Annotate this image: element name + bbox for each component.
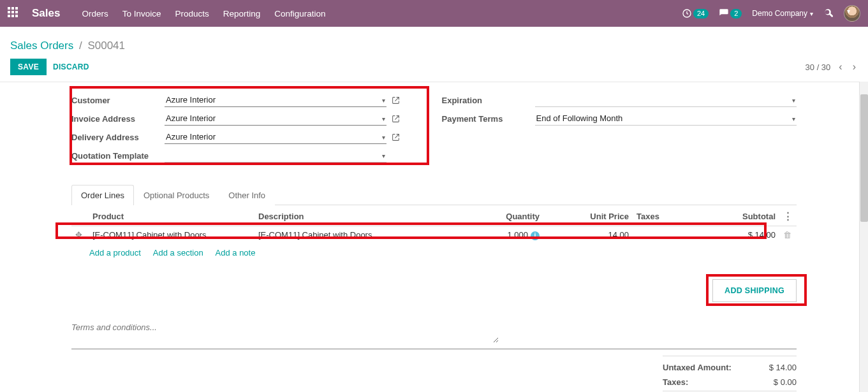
untaxed-value: $ 14.00 bbox=[769, 363, 797, 372]
terms-textarea[interactable] bbox=[71, 321, 499, 343]
dropdown-caret-icon[interactable]: ▾ bbox=[792, 115, 795, 122]
columns-menu-icon[interactable]: ⋮ bbox=[783, 210, 793, 221]
user-avatar[interactable] bbox=[844, 5, 860, 22]
breadcrumb: Sales Orders / S00041 bbox=[10, 40, 858, 52]
col-quantity: Quantity bbox=[473, 205, 543, 226]
taxes-label: Taxes: bbox=[663, 377, 688, 387]
dropdown-caret-icon[interactable]: ▾ bbox=[382, 134, 385, 141]
menu-configuration[interactable]: Configuration bbox=[274, 9, 325, 18]
quotation-template-input[interactable] bbox=[165, 149, 386, 163]
totals: Untaxed Amount: $ 14.00 Taxes: $ 0.00 To… bbox=[663, 356, 797, 393]
col-subtotal: Subtotal bbox=[677, 205, 779, 226]
cell-subtotal: $ 14.00 bbox=[677, 226, 779, 244]
label-delivery-address: Delivery Address bbox=[71, 133, 165, 142]
add-note-link[interactable]: Add a note bbox=[216, 248, 256, 258]
tab-order-lines[interactable]: Order Lines bbox=[71, 185, 134, 205]
label-payment-terms: Payment Terms bbox=[442, 114, 535, 124]
expiration-input[interactable] bbox=[535, 93, 797, 107]
cell-quantity[interactable]: 1.000i bbox=[473, 226, 543, 244]
breadcrumb-leaf: S00041 bbox=[87, 40, 125, 52]
cell-unit-price[interactable]: 14.00 bbox=[543, 226, 633, 244]
payment-terms-input[interactable] bbox=[535, 112, 797, 126]
apps-icon[interactable] bbox=[8, 7, 20, 20]
add-product-link[interactable]: Add a product bbox=[89, 248, 141, 258]
pager-text: 30 / 30 bbox=[805, 62, 831, 72]
dropdown-caret-icon[interactable]: ▾ bbox=[382, 97, 385, 104]
messaging-badge: 2 bbox=[730, 9, 742, 18]
discard-button[interactable]: Discard bbox=[47, 59, 96, 75]
col-unit-price: Unit Price bbox=[543, 205, 633, 226]
menu-reporting[interactable]: Reporting bbox=[223, 9, 261, 18]
pager-prev-icon[interactable]: ‹ bbox=[837, 61, 844, 73]
external-link-icon[interactable] bbox=[392, 133, 400, 142]
tab-other-info[interactable]: Other Info bbox=[219, 185, 275, 205]
external-link-icon[interactable] bbox=[392, 96, 400, 105]
debug-icon[interactable] bbox=[823, 8, 834, 18]
app-title: Sales bbox=[32, 7, 60, 20]
main-menu: Orders To Invoice Products Reporting Con… bbox=[82, 9, 325, 18]
tab-optional-products[interactable]: Optional Products bbox=[134, 185, 219, 205]
menu-to-invoice[interactable]: To Invoice bbox=[122, 9, 161, 18]
pager: 30 / 30 ‹ › bbox=[805, 61, 858, 73]
label-expiration: Expiration bbox=[442, 96, 535, 105]
save-button[interactable]: Save bbox=[10, 59, 47, 75]
order-lines-table: Product Description Quantity Unit Price … bbox=[71, 205, 797, 244]
col-product: Product bbox=[89, 205, 254, 226]
customer-input[interactable] bbox=[165, 93, 386, 107]
add-section-link[interactable]: Add a section bbox=[153, 248, 203, 258]
activity-indicator[interactable]: 24 bbox=[682, 8, 709, 18]
info-icon[interactable]: i bbox=[531, 231, 540, 240]
tabs: Order Lines Optional Products Other Info bbox=[71, 184, 797, 205]
col-description: Description bbox=[254, 205, 473, 226]
delete-row-icon[interactable]: 🗑 bbox=[783, 230, 791, 240]
label-quotation-template: Quotation Template bbox=[71, 151, 165, 161]
label-customer: Customer bbox=[71, 96, 165, 105]
external-link-icon[interactable] bbox=[392, 115, 400, 123]
cell-taxes[interactable] bbox=[633, 226, 677, 244]
delivery-address-input[interactable] bbox=[165, 130, 386, 144]
table-row[interactable]: ✥ [E-COM11] Cabinet with Doors [E-COM11]… bbox=[71, 226, 797, 244]
drag-handle-icon[interactable]: ✥ bbox=[75, 230, 85, 240]
menu-orders[interactable]: Orders bbox=[82, 9, 108, 18]
dropdown-caret-icon[interactable]: ▾ bbox=[792, 97, 795, 104]
label-invoice-address: Invoice Address bbox=[71, 114, 165, 124]
dropdown-caret-icon[interactable]: ▾ bbox=[382, 115, 385, 122]
add-shipping-button[interactable]: Add Shipping bbox=[712, 279, 797, 302]
invoice-address-input[interactable] bbox=[165, 112, 386, 126]
messaging-indicator[interactable]: 2 bbox=[719, 8, 742, 18]
cell-product[interactable]: [E-COM11] Cabinet with Doors bbox=[89, 226, 254, 244]
cell-description[interactable]: [E-COM11] Cabinet with Doors bbox=[254, 226, 473, 244]
vertical-scrollbar[interactable] bbox=[859, 82, 868, 392]
company-switcher[interactable]: Demo Company bbox=[752, 9, 813, 18]
topbar: Sales Orders To Invoice Products Reporti… bbox=[0, 0, 868, 27]
untaxed-label: Untaxed Amount: bbox=[663, 363, 732, 372]
activity-badge: 24 bbox=[693, 9, 709, 18]
col-taxes: Taxes bbox=[633, 205, 677, 226]
breadcrumb-root[interactable]: Sales Orders bbox=[10, 40, 73, 52]
pager-next-icon[interactable]: › bbox=[851, 61, 858, 73]
dropdown-caret-icon[interactable]: ▾ bbox=[382, 152, 385, 159]
taxes-value: $ 0.00 bbox=[774, 377, 797, 387]
menu-products[interactable]: Products bbox=[175, 9, 209, 18]
